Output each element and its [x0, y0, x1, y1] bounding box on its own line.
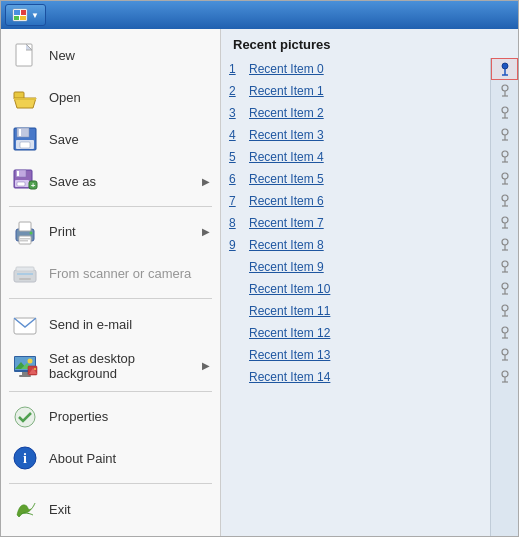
- recent-item[interactable]: 5Recent Item 4: [221, 146, 490, 168]
- properties-icon: [9, 401, 41, 433]
- pin-cell[interactable]: [491, 256, 518, 278]
- pin-cell[interactable]: [491, 234, 518, 256]
- svg-marker-8: [14, 98, 36, 100]
- menu-label-open: Open: [49, 90, 210, 105]
- recent-item[interactable]: Recent Item 9: [221, 256, 490, 278]
- recent-item-label: Recent Item 3: [249, 128, 484, 142]
- separator-2: [9, 298, 212, 299]
- menu-item-save[interactable]: Save: [1, 118, 220, 160]
- separator-4: [9, 483, 212, 484]
- recent-item-number: 4: [229, 128, 245, 142]
- svg-point-26: [30, 231, 33, 234]
- recent-item-number: 2: [229, 84, 245, 98]
- pin-cell[interactable]: [491, 344, 518, 366]
- menu-item-saveas[interactable]: + Save as ▶: [1, 160, 220, 202]
- svg-rect-3: [14, 16, 19, 20]
- menu-item-print[interactable]: Print ▶: [1, 211, 220, 253]
- recent-item[interactable]: Recent Item 10: [221, 278, 490, 300]
- menu-label-properties: Properties: [49, 409, 210, 424]
- svg-point-51: [502, 107, 508, 113]
- recent-item[interactable]: 9Recent Item 8: [221, 234, 490, 256]
- svg-point-81: [502, 327, 508, 333]
- menu-item-open[interactable]: Open: [1, 77, 220, 119]
- pin-cell[interactable]: [491, 190, 518, 212]
- svg-point-87: [502, 371, 508, 377]
- svg-point-48: [502, 85, 508, 91]
- svg-point-54: [502, 129, 508, 135]
- recent-item-number: 5: [229, 150, 245, 164]
- separator-1: [9, 206, 212, 207]
- recent-item-label: Recent Item 14: [249, 370, 484, 384]
- svg-rect-1: [14, 10, 20, 15]
- new-icon: [9, 40, 41, 72]
- menu-item-about[interactable]: i About Paint: [1, 438, 220, 480]
- svg-rect-28: [16, 267, 34, 271]
- menu-item-desktop[interactable]: Set as desktop background ▶: [1, 345, 220, 387]
- pin-cell[interactable]: [491, 58, 518, 80]
- recent-item-label: Recent Item 7: [249, 216, 484, 230]
- recent-item[interactable]: Recent Item 11: [221, 300, 490, 322]
- pin-cell[interactable]: [491, 168, 518, 190]
- scanner-icon: [9, 258, 41, 290]
- title-bar: ▼: [1, 1, 518, 29]
- pin-inactive-icon: [497, 237, 513, 253]
- recent-item[interactable]: Recent Item 14: [221, 366, 490, 388]
- recent-item-label: Recent Item 4: [249, 150, 484, 164]
- menu-item-email[interactable]: Send in e-mail: [1, 303, 220, 345]
- app-window: ▼ New: [0, 0, 519, 537]
- pin-inactive-icon: [497, 149, 513, 165]
- pin-active-icon: [497, 61, 513, 77]
- pin-cell[interactable]: [491, 212, 518, 234]
- pin-cell[interactable]: [491, 102, 518, 124]
- pin-cell[interactable]: [491, 366, 518, 388]
- recent-item-number: 7: [229, 194, 245, 208]
- right-panel: Recent pictures 1Recent Item 02Recent It…: [221, 29, 518, 536]
- svg-rect-22: [19, 222, 31, 231]
- svg-point-63: [502, 195, 508, 201]
- svg-rect-10: [17, 128, 29, 137]
- recent-item-label: Recent Item 5: [249, 172, 484, 186]
- pin-cell[interactable]: [491, 278, 518, 300]
- menu-body: New Open: [1, 29, 518, 536]
- svg-point-36: [28, 358, 33, 363]
- pin-inactive-icon: [497, 281, 513, 297]
- recent-item[interactable]: 4Recent Item 3: [221, 124, 490, 146]
- pin-cell[interactable]: [491, 124, 518, 146]
- svg-rect-4: [20, 16, 26, 20]
- recent-item[interactable]: 3Recent Item 2: [221, 102, 490, 124]
- svg-point-60: [502, 173, 508, 179]
- recent-item-number: 6: [229, 172, 245, 186]
- pin-cell[interactable]: [491, 80, 518, 102]
- menu-item-exit[interactable]: Exit: [1, 488, 220, 530]
- svg-rect-25: [20, 240, 28, 242]
- recent-item[interactable]: 1Recent Item 0: [221, 58, 490, 80]
- recent-item[interactable]: 7Recent Item 6: [221, 190, 490, 212]
- svg-point-69: [502, 239, 508, 245]
- recent-item[interactable]: 8Recent Item 7: [221, 212, 490, 234]
- svg-rect-24: [20, 238, 30, 240]
- recent-header: Recent pictures: [221, 29, 518, 58]
- recent-item[interactable]: Recent Item 12: [221, 322, 490, 344]
- paint-menu-button[interactable]: ▼: [5, 4, 46, 26]
- recent-item[interactable]: 2Recent Item 1: [221, 80, 490, 102]
- recent-item-number: 9: [229, 238, 245, 252]
- pin-cell[interactable]: [491, 322, 518, 344]
- pin-cell[interactable]: [491, 146, 518, 168]
- desktop-icon: [9, 350, 41, 382]
- recent-item-number: 1: [229, 62, 245, 76]
- menu-item-properties[interactable]: Properties: [1, 396, 220, 438]
- recent-item-label: Recent Item 2: [249, 106, 484, 120]
- menu-label-exit: Exit: [49, 502, 210, 517]
- menu-item-new[interactable]: New: [1, 35, 220, 77]
- recent-item[interactable]: Recent Item 13: [221, 344, 490, 366]
- recent-item[interactable]: 6Recent Item 5: [221, 168, 490, 190]
- menu-label-new: New: [49, 48, 210, 63]
- recent-item-label: Recent Item 0: [249, 62, 484, 76]
- menu-label-about: About Paint: [49, 451, 210, 466]
- svg-rect-27: [14, 270, 36, 282]
- svg-rect-2: [21, 10, 26, 15]
- recent-item-label: Recent Item 12: [249, 326, 484, 340]
- pin-inactive-icon: [497, 259, 513, 275]
- recent-item-label: Recent Item 10: [249, 282, 484, 296]
- pin-cell[interactable]: [491, 300, 518, 322]
